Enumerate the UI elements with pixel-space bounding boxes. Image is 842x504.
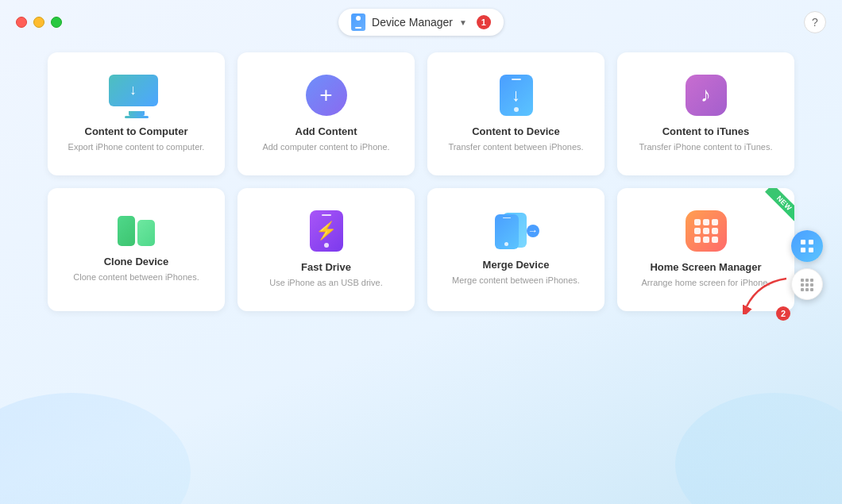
svg-rect-9 <box>810 283 813 287</box>
home-dot-1 <box>694 219 701 225</box>
new-ribbon: New <box>750 188 794 233</box>
card-title-add: Add Content <box>295 125 357 137</box>
title-bar-center[interactable]: Device Manager ▼ 1 <box>338 9 504 36</box>
minimize-button[interactable] <box>33 17 44 28</box>
icon-wrap-home <box>686 210 727 252</box>
icon-wrap-itunes: ♪ <box>686 75 727 116</box>
icon-wrap-device: ↓ <box>500 75 533 116</box>
card-desc-merge: Merge content between iPhones. <box>452 275 580 287</box>
svg-rect-4 <box>801 279 804 282</box>
merge-arrow-icon: → <box>527 225 539 237</box>
home-screen-icon <box>686 210 727 252</box>
clone-phone-2 <box>137 220 155 246</box>
card-title-clone: Clone Device <box>104 256 169 267</box>
card-add-content[interactable]: + Add Content Add computer content to iP… <box>238 52 415 175</box>
card-desc-add: Add computer content to iPhone. <box>262 141 389 153</box>
icon-wrap-merge: → <box>495 213 538 249</box>
feature-grid: ↓ Content to Computer Export iPhone cont… <box>48 52 794 311</box>
card-content-to-computer[interactable]: ↓ Content to Computer Export iPhone cont… <box>48 52 225 175</box>
download-arrow-icon: ↓ <box>129 82 137 98</box>
main-content: ↓ Content to Computer Export iPhone cont… <box>0 44 842 327</box>
card-clone-device[interactable]: Clone Device Clone content between iPhon… <box>48 188 225 311</box>
maximize-button[interactable] <box>51 17 62 28</box>
svg-rect-8 <box>805 283 809 287</box>
list-grid-icon <box>799 276 815 292</box>
card-desc-computer: Export iPhone content to computer. <box>68 141 205 153</box>
card-merge-device[interactable]: → Merge Device Merge content between iPh… <box>427 188 604 311</box>
clone-phone-1 <box>118 216 135 246</box>
floating-action-button-2[interactable] <box>791 268 823 300</box>
add-circle-icon: + <box>306 75 347 116</box>
titlebar: Device Manager ▼ 1 ? <box>0 0 842 44</box>
computer-icon: ↓ <box>109 75 164 116</box>
floating-buttons-panel <box>791 230 823 300</box>
grid-icon <box>799 238 815 254</box>
card-content-to-device[interactable]: ↓ Content to Device Transfer content bet… <box>427 52 604 175</box>
svg-rect-5 <box>805 279 809 282</box>
card-home-screen[interactable]: New Home Screen <box>617 188 794 311</box>
icon-wrap-computer: ↓ <box>109 75 164 116</box>
card-title-computer: Content to Computer <box>85 125 188 137</box>
monitor-base-shape <box>125 116 149 118</box>
home-dot-6 <box>712 228 718 234</box>
help-button[interactable]: ? <box>804 11 826 33</box>
bg-decoration-1 <box>0 393 191 504</box>
merge-phones-icon: → <box>495 213 538 249</box>
home-dot-2 <box>703 219 709 225</box>
card-desc-itunes: Transfer iPhone content to iTunes. <box>639 141 773 153</box>
card-title-merge: Merge Device <box>483 259 550 271</box>
merge-phone-front <box>495 214 519 249</box>
svg-rect-7 <box>801 283 804 287</box>
svg-rect-12 <box>810 288 813 291</box>
card-title-device: Content to Device <box>472 125 560 137</box>
svg-rect-11 <box>805 288 809 291</box>
card-desc-device: Transfer content between iPhones. <box>448 141 583 153</box>
card-desc-clone: Clone content between iPhones. <box>73 271 199 283</box>
home-dot-4 <box>694 228 701 234</box>
card-fast-drive[interactable]: ⚡ Fast Drive Use iPhone as an USB drive. <box>238 188 415 311</box>
icon-wrap-clone <box>118 216 155 246</box>
clone-phones-icon <box>118 216 155 246</box>
home-grid-dots <box>694 219 718 243</box>
card-title-itunes: Content to iTunes <box>662 125 750 137</box>
phone-download-icon: ↓ <box>500 75 533 116</box>
icon-wrap-add: + <box>306 75 347 116</box>
home-dot-7 <box>694 237 701 243</box>
svg-rect-2 <box>801 248 805 252</box>
dropdown-arrow-icon: ▼ <box>459 18 467 27</box>
question-mark-icon: ? <box>812 16 818 29</box>
itunes-icon: ♪ <box>686 75 727 116</box>
card-title-home: Home Screen Manager <box>650 261 761 273</box>
svg-rect-6 <box>810 279 813 282</box>
floating-action-button-1[interactable] <box>791 230 823 262</box>
traffic-lights <box>16 17 62 28</box>
home-dot-5 <box>703 228 709 234</box>
card-desc-home: Arrange home screen for iPhone. <box>641 277 770 289</box>
monitor-shape: ↓ <box>109 75 158 106</box>
notification-badge-1: 1 <box>477 15 491 29</box>
svg-rect-3 <box>809 248 813 252</box>
card-itunes[interactable]: ♪ Content to iTunes Transfer iPhone cont… <box>617 52 794 175</box>
home-dot-3 <box>712 219 718 225</box>
card-desc-fastdrive: Use iPhone as an USB drive. <box>269 277 382 289</box>
svg-rect-0 <box>801 240 805 244</box>
svg-rect-10 <box>801 288 804 291</box>
svg-rect-1 <box>809 240 813 244</box>
close-button[interactable] <box>16 17 27 28</box>
new-badge-label: New <box>765 188 794 222</box>
icon-wrap-fastdrive: ⚡ <box>310 210 343 252</box>
home-dot-9 <box>712 237 718 243</box>
app-icon <box>351 13 365 31</box>
bg-decoration-2 <box>675 393 842 504</box>
fast-drive-icon: ⚡ <box>310 210 343 252</box>
app-title: Device Manager <box>372 16 453 29</box>
home-dot-8 <box>703 237 709 243</box>
card-title-fastdrive: Fast Drive <box>301 261 351 273</box>
